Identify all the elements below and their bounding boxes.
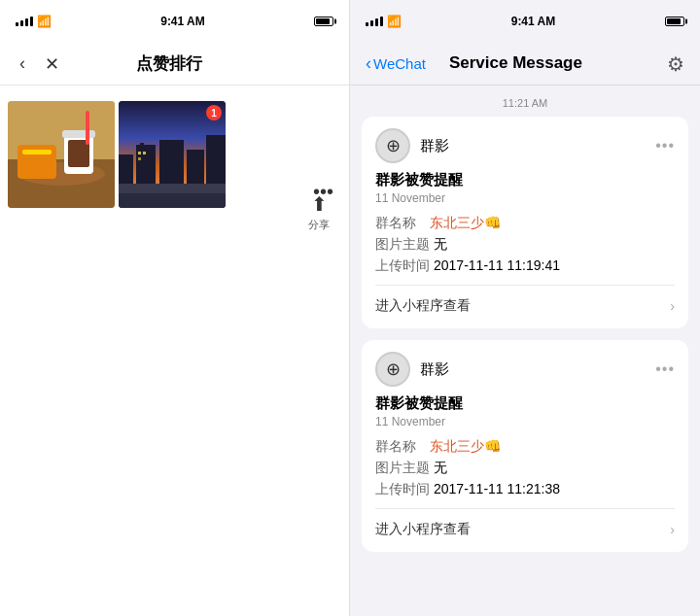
card-2-divider: [375, 508, 675, 509]
photo-badge: 1: [206, 105, 222, 120]
right-panel: 📶 9:41 AM ‹ WeChat Service Message ⚙ 11:…: [350, 0, 700, 616]
field2-value-group: 东北三少👊: [430, 438, 501, 456]
right-signal-area: 📶: [366, 15, 402, 28]
field-label-time: 上传时间: [375, 257, 430, 275]
svg-rect-21: [119, 184, 226, 193]
svg-rect-14: [138, 152, 141, 154]
card-2-date: 11 November: [375, 415, 675, 428]
card-1-avatar: ⊕: [375, 128, 410, 163]
back-label: WeChat: [373, 55, 426, 72]
field2-label-time: 上传时间: [375, 481, 430, 498]
card-2-header: ⊕ 群影 •••: [375, 352, 675, 387]
share-icon: ⬆: [311, 192, 328, 216]
left-panel: 📶 9:41 AM ‹ ✕ 点赞排行 ••• ⬆ 分享: [0, 0, 350, 616]
card-1-action-text: 进入小程序查看: [375, 297, 471, 315]
message-card-2: ⊕ 群影 ••• 群影被赞提醒 11 November 群名称 东北三少👊 图片…: [362, 340, 688, 552]
svg-rect-13: [140, 143, 144, 149]
right-nav-bar: ‹ WeChat Service Message ⚙: [350, 43, 700, 86]
card-1-field-0: 群名称 东北三少👊: [375, 215, 675, 232]
field2-label-group: 群名称: [375, 438, 426, 456]
coffee-scene: [8, 101, 115, 208]
share-label: 分享: [308, 218, 330, 232]
card-1-sender: 群影: [420, 137, 646, 155]
back-chevron-icon: ‹: [366, 53, 371, 74]
right-battery-area: [665, 17, 684, 26]
message-card-1: ⊕ 群影 ••• 群影被赞提醒 11 November 群名称 东北三少👊 图片…: [362, 117, 688, 328]
right-signal-icon: [366, 17, 383, 26]
right-page-title: Service Message: [434, 43, 659, 86]
close-button[interactable]: ✕: [41, 50, 63, 79]
timestamp-label: 11:21 AM: [362, 86, 688, 117]
field-label-theme: 图片主题: [375, 236, 430, 254]
field-value-time: 2017-11-11 11:19:41: [434, 257, 560, 275]
signal-icon: [16, 17, 33, 26]
field2-label-theme: 图片主题: [375, 460, 430, 477]
card-2-sender: 群影: [420, 360, 646, 379]
card-2-field-1: 图片主题 无: [375, 460, 675, 477]
card-1-divider: [375, 285, 675, 286]
field2-value-theme: 无: [434, 460, 447, 477]
photo-item-coffee[interactable]: [8, 101, 115, 208]
card-1-chevron-icon: ›: [670, 298, 675, 314]
field-value-theme: 无: [434, 236, 447, 254]
card-2-avatar: ⊕: [375, 352, 410, 387]
card-1-more-button[interactable]: •••: [655, 137, 675, 154]
svg-rect-7: [62, 130, 95, 138]
card-2-avatar-icon: ⊕: [386, 359, 401, 380]
card-1-title: 群影被赞提醒: [375, 171, 675, 189]
card-2-field-2: 上传时间 2017-11-11 11:21:38: [375, 481, 675, 498]
card-1-avatar-icon: ⊕: [386, 135, 401, 156]
svg-rect-16: [138, 157, 141, 160]
card-1-date: 11 November: [375, 191, 675, 205]
card-1-field-2: 上传时间 2017-11-11 11:19:41: [375, 257, 675, 275]
card-2-action[interactable]: 进入小程序查看 ›: [375, 519, 675, 540]
card-2-field-0: 群名称 东北三少👊: [375, 438, 675, 456]
card-1-action[interactable]: 进入小程序查看 ›: [375, 295, 675, 317]
photo-grid: 1: [8, 93, 341, 216]
back-button[interactable]: ‹: [16, 50, 29, 78]
battery-icon: [314, 17, 333, 26]
right-wifi-icon: 📶: [387, 15, 402, 28]
card-2-action-text: 进入小程序查看: [375, 521, 471, 538]
svg-rect-4: [22, 150, 52, 154]
left-battery-area: [314, 17, 333, 26]
card-1-field-1: 图片主题 无: [375, 236, 675, 254]
field2-value-time: 2017-11-11 11:21:38: [434, 481, 560, 498]
right-battery-icon: [665, 17, 684, 26]
right-status-bar: 📶 9:41 AM: [350, 0, 700, 43]
left-status-bar: 📶 9:41 AM: [0, 0, 349, 43]
field-value-group: 东北三少👊: [430, 215, 501, 232]
card-1-header: ⊕ 群影 •••: [375, 128, 675, 163]
left-page-title: 点赞排行: [121, 43, 218, 86]
left-time: 9:41 AM: [160, 15, 205, 28]
card-2-more-button[interactable]: •••: [655, 360, 675, 378]
card-2-title: 群影被赞提醒: [375, 394, 675, 413]
share-area[interactable]: ⬆ 分享: [308, 192, 330, 232]
field-label-group: 群名称: [375, 215, 426, 232]
wechat-back-button[interactable]: ‹ WeChat: [366, 53, 426, 74]
svg-rect-15: [143, 152, 146, 154]
right-content: 11:21 AM ⊕ 群影 ••• 群影被赞提醒 11 November 群名称…: [350, 86, 700, 616]
left-signal-area: 📶: [16, 15, 52, 28]
left-content: ••• ⬆ 分享: [0, 86, 349, 616]
left-nav-bar: ‹ ✕ 点赞排行: [0, 43, 349, 86]
svg-rect-8: [86, 111, 89, 145]
card-2-chevron-icon: ›: [670, 522, 675, 537]
wifi-icon: 📶: [37, 15, 52, 28]
photo-item-sunset[interactable]: 1: [119, 101, 226, 208]
right-time: 9:41 AM: [511, 15, 556, 28]
settings-button[interactable]: ⚙: [667, 52, 684, 76]
